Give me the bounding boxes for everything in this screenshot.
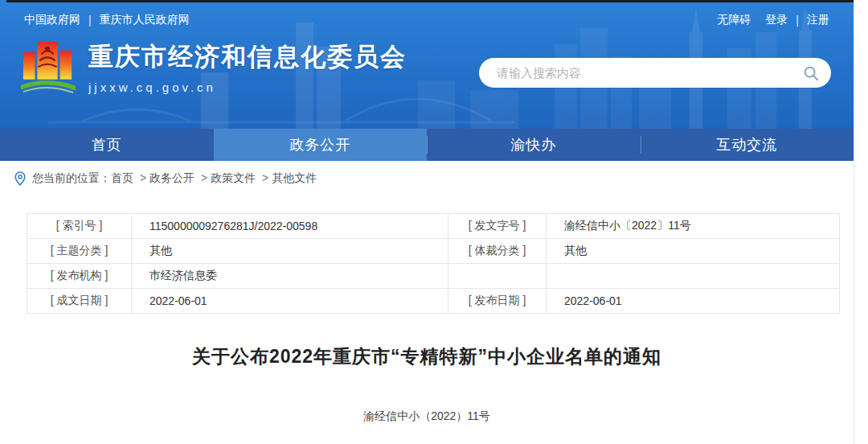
meta-label: [ 成文日期 ] bbox=[27, 289, 132, 314]
breadcrumb: 您当前的位置： 首页 >政务公开 >政策文件 >其他文件 bbox=[0, 161, 854, 195]
breadcrumb-separator: > bbox=[137, 171, 146, 184]
divider: | bbox=[796, 14, 799, 27]
site-logo-icon bbox=[21, 39, 76, 101]
meta-value: 渝经信中小〔2022〕11号 bbox=[547, 214, 840, 239]
meta-row-3: [ 成文日期 ]2022-06-01[ 发布日期 ]2022-06-01 bbox=[27, 289, 840, 314]
meta-value: 市经济信息委 bbox=[132, 264, 448, 289]
meta-value: 1150000009276281J/2022-00598 bbox=[132, 214, 448, 239]
document-number: 渝经信中小（2022）11号 bbox=[0, 409, 854, 424]
meta-value bbox=[547, 264, 840, 289]
meta-value: 其他 bbox=[547, 239, 840, 264]
nav-tab-1[interactable]: 政务公开 bbox=[214, 129, 428, 161]
nav-tab-2[interactable]: 渝快办 bbox=[427, 129, 641, 161]
search-icon[interactable] bbox=[802, 64, 820, 82]
breadcrumb-prefix: 您当前的位置： bbox=[32, 171, 111, 186]
meta-label: [ 发文字号 ] bbox=[448, 214, 547, 239]
search-box bbox=[479, 58, 831, 88]
meta-value: 其他 bbox=[132, 239, 448, 264]
meta-row-2: [ 发布机构 ]市经济信息委 bbox=[27, 264, 840, 289]
top-right-links: 无障碍 登录 | 注册 bbox=[717, 13, 829, 27]
breadcrumb-items: 首页 >政务公开 >政策文件 >其他文件 bbox=[111, 171, 317, 186]
location-pin-icon bbox=[14, 171, 26, 186]
site-brand-text: 重庆市经济和信息化委员会 jjxxw.cq.gov.cn bbox=[88, 39, 407, 94]
top-link-bar: 中国政府网 | 重庆市人民政府网 无障碍 登录 | 注册 bbox=[0, 0, 854, 27]
nav-tab-0[interactable]: 首页 bbox=[0, 129, 214, 161]
window-gutter bbox=[854, 0, 868, 444]
divider: | bbox=[88, 14, 92, 27]
top-left-links: 中国政府网 | 重庆市人民政府网 bbox=[24, 13, 190, 27]
breadcrumb-item-2[interactable]: 政策文件 bbox=[211, 171, 256, 184]
meta-row-0: [ 索引号 ]1150000009276281J/2022-00598[ 发文字… bbox=[27, 214, 840, 239]
meta-value: 2022-06-01 bbox=[132, 289, 448, 314]
main-nav: 首页政务公开渝快办互动交流 bbox=[0, 129, 854, 161]
nav-tab-3[interactable]: 互动交流 bbox=[641, 129, 854, 161]
meta-label bbox=[448, 264, 547, 289]
breadcrumb-separator: > bbox=[198, 171, 207, 184]
meta-label: [ 主题分类 ] bbox=[27, 239, 132, 264]
meta-label: [ 体裁分类 ] bbox=[448, 239, 547, 264]
meta-label: [ 索引号 ] bbox=[27, 214, 132, 239]
breadcrumb-item-1[interactable]: 政务公开 bbox=[149, 171, 194, 184]
breadcrumb-item-0[interactable]: 首页 bbox=[111, 171, 133, 184]
site-url: jjxxw.cq.gov.cn bbox=[88, 80, 407, 94]
meta-value: 2022-06-01 bbox=[547, 289, 840, 314]
link-accessibility[interactable]: 无障碍 bbox=[717, 13, 751, 27]
meta-label: [ 发布机构 ] bbox=[27, 264, 132, 289]
link-china-gov[interactable]: 中国政府网 bbox=[24, 13, 80, 27]
site-title: 重庆市经济和信息化委员会 bbox=[88, 40, 407, 74]
search-input[interactable] bbox=[497, 66, 802, 80]
link-register[interactable]: 注册 bbox=[807, 13, 829, 27]
site-header: 中国政府网 | 重庆市人民政府网 无障碍 登录 | 注册 bbox=[0, 0, 854, 129]
page: 中国政府网 | 重庆市人民政府网 无障碍 登录 | 注册 bbox=[0, 0, 854, 444]
link-login[interactable]: 登录 bbox=[765, 13, 788, 27]
meta-row-1: [ 主题分类 ]其他[ 体裁分类 ]其他 bbox=[27, 239, 840, 264]
link-cq-gov[interactable]: 重庆市人民政府网 bbox=[100, 13, 190, 27]
document-meta-table: [ 索引号 ]1150000009276281J/2022-00598[ 发文字… bbox=[27, 213, 840, 314]
breadcrumb-separator: > bbox=[259, 171, 268, 184]
breadcrumb-item-3[interactable]: 其他文件 bbox=[272, 171, 317, 184]
meta-label: [ 发布日期 ] bbox=[448, 289, 547, 314]
article-title: 关于公布2022年重庆市“专精特新”中小企业名单的通知 bbox=[0, 344, 854, 369]
